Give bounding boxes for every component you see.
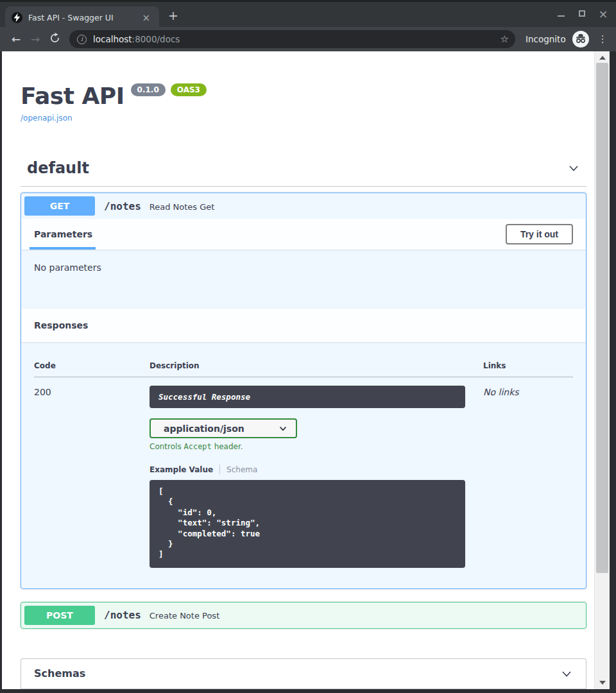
- back-button[interactable]: ←: [6, 33, 26, 46]
- reload-button[interactable]: [45, 33, 64, 46]
- forward-button[interactable]: →: [26, 33, 45, 46]
- site-info-icon[interactable]: i: [77, 35, 87, 44]
- opblock-get-notes: GET /notes Read Notes Get Parameters Try…: [21, 193, 586, 589]
- get-summary: Read Notes Get: [150, 202, 215, 212]
- url-path: :8000/docs: [132, 34, 180, 44]
- no-links-text: No links: [483, 387, 519, 397]
- reload-icon: [49, 33, 60, 44]
- browser-tab[interactable]: Fast API - Swagger UI ×: [5, 6, 159, 29]
- close-button[interactable]: ×: [598, 8, 608, 19]
- oas3-badge: OAS3: [171, 83, 207, 96]
- no-parameters-text: No parameters: [34, 262, 101, 273]
- api-info: Fast API0.1.0OAS3 /openapi.json: [21, 83, 586, 123]
- media-type-select[interactable]: application/json: [150, 418, 297, 438]
- responses-title: Responses: [34, 320, 88, 330]
- scroll-down-icon: [599, 681, 606, 685]
- minimize-button[interactable]: [556, 8, 566, 19]
- response-code: 200: [34, 387, 51, 397]
- incognito-label: Incognito: [526, 34, 566, 44]
- version-badge: 0.1.0: [131, 83, 166, 96]
- column-header-links: Links: [483, 352, 573, 377]
- responses-table: Code Description Links 200 Successful Re…: [34, 352, 573, 568]
- schemas-section: Schemas Note: [21, 658, 586, 689]
- controls-prefix: Controls: [150, 442, 184, 451]
- column-header-code: Code: [34, 352, 150, 377]
- post-path: /notes: [104, 609, 141, 621]
- controls-suffix: header.: [212, 442, 243, 451]
- tab-separator: [219, 465, 220, 474]
- accept-header-code: Accept: [184, 442, 211, 451]
- response-row-200: 200 Successful Response application/json: [34, 377, 573, 568]
- select-chevron-icon: [278, 424, 288, 434]
- bookmark-star-icon[interactable]: ☆: [501, 33, 509, 45]
- api-title: Fast API: [21, 83, 124, 109]
- maximize-icon: [579, 10, 585, 17]
- controls-accept-note: Controls Accept header.: [150, 442, 483, 451]
- window-controls: ×: [556, 8, 608, 19]
- get-method-badge: GET: [24, 196, 95, 216]
- example-schema-tabs: Example Value Schema: [150, 465, 483, 474]
- scrollbar[interactable]: [594, 51, 610, 689]
- opblock-post-notes: POST /notes Create Note Post: [21, 602, 586, 629]
- post-method-badge: POST: [24, 606, 95, 625]
- column-header-description: Description: [150, 352, 483, 377]
- example-json-block[interactable]: [ { "id": 0, "text": "string", "complete…: [150, 480, 465, 568]
- browser-chrome: Fast API - Swagger UI × + × ← → i localh…: [0, 0, 616, 51]
- media-type-value: application/json: [164, 424, 244, 434]
- tag-section-default[interactable]: default: [21, 159, 586, 187]
- url-host: localhost: [93, 34, 132, 44]
- response-description: Successful Response: [150, 386, 465, 408]
- url-text[interactable]: localhost:8000/docs: [93, 34, 497, 44]
- tab-strip: Fast API - Swagger UI × + ×: [0, 0, 616, 27]
- scroll-up-icon: [599, 56, 606, 60]
- active-tab-underline: [30, 247, 96, 250]
- opblock-get-header[interactable]: GET /notes Read Notes Get: [21, 193, 586, 219]
- opblock-bottom-padding: [21, 578, 586, 588]
- post-summary: Create Note Post: [150, 611, 219, 620]
- scroll-up-button[interactable]: [595, 53, 610, 63]
- chevron-down-icon[interactable]: [567, 162, 580, 175]
- swagger-ui: Fast API0.1.0OAS3 /openapi.json default …: [21, 83, 586, 689]
- address-bar[interactable]: i localhost:8000/docs ☆: [69, 30, 515, 48]
- responses-section-header: Responses: [21, 309, 586, 342]
- new-tab-button[interactable]: +: [168, 10, 178, 22]
- fastapi-favicon-icon: [12, 12, 22, 23]
- browser-menu-icon[interactable]: ⋮: [598, 33, 608, 45]
- get-path: /notes: [104, 200, 141, 212]
- tab-schema[interactable]: Schema: [227, 465, 257, 474]
- tab-close-icon[interactable]: ×: [139, 12, 153, 24]
- opblock-post-header[interactable]: POST /notes Create Note Post: [21, 603, 586, 628]
- try-it-out-button[interactable]: Try it out: [506, 224, 573, 244]
- incognito-icon: [572, 31, 589, 47]
- page-viewport: Fast API0.1.0OAS3 /openapi.json default …: [2, 51, 610, 689]
- browser-toolbar: ← → i localhost:8000/docs ☆ Incognito ⋮: [0, 27, 616, 51]
- responses-body: Code Description Links 200 Successful Re…: [21, 342, 586, 578]
- maximize-button[interactable]: [577, 8, 587, 19]
- tag-title: default: [27, 159, 89, 177]
- scrollbar-thumb[interactable]: [596, 63, 608, 573]
- parameters-body: No parameters: [21, 250, 586, 309]
- parameters-section-header: Parameters Try it out: [21, 219, 586, 250]
- minimize-icon: [558, 15, 565, 17]
- schemas-header[interactable]: Schemas: [21, 659, 586, 689]
- tab-example-value[interactable]: Example Value: [150, 465, 213, 474]
- openapi-spec-link[interactable]: /openapi.json: [21, 114, 586, 123]
- schemas-chevron-down-icon[interactable]: [560, 667, 573, 680]
- tab-title: Fast API - Swagger UI: [28, 13, 139, 22]
- scroll-down-button[interactable]: [595, 678, 610, 688]
- parameters-tab[interactable]: Parameters: [34, 229, 92, 239]
- schemas-title: Schemas: [34, 667, 85, 680]
